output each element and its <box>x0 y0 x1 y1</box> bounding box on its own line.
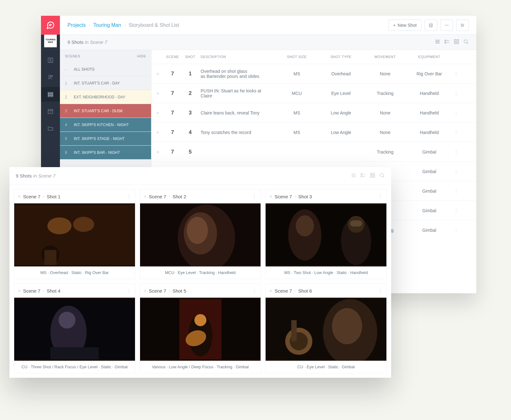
table-row[interactable]: ≡ 7 3 Claire leans back, reveal Tony MS … <box>151 103 476 122</box>
crumb-project[interactable]: Touring Man <box>93 22 121 28</box>
scene-name: INT. STUART'S CAR - DUSK <box>74 109 123 113</box>
crumb-projects[interactable]: Projects <box>68 22 86 28</box>
card-menu-icon[interactable]: ⋮ <box>252 288 257 294</box>
storyboard-card[interactable]: ≡ Scene 7 › Shot 4 ⋮ CU · Three Shot / R… <box>14 283 135 373</box>
nav-boards[interactable] <box>41 53 60 67</box>
drag-handle-icon[interactable]: ≡ <box>156 149 165 155</box>
row-menu-icon[interactable]: ⋮ <box>453 130 462 135</box>
cell-description: PUSH IN: Stuart as he looks at Claire <box>201 88 276 98</box>
scene-row[interactable]: 4INT. SKIPP'S KITCHEN - NIGHT <box>60 118 151 132</box>
svg-rect-45 <box>370 176 372 178</box>
search-icon[interactable] <box>379 172 385 179</box>
scene-number: - <box>65 67 69 72</box>
drag-handle-icon[interactable]: ≡ <box>144 288 146 293</box>
cell-equipment: Gimbal <box>409 208 453 213</box>
cell-scene: 7 <box>165 71 183 77</box>
row-menu-icon[interactable]: ⋮ <box>453 91 462 96</box>
cell-equipment: Gimbal <box>409 228 453 233</box>
nav-calendar[interactable] <box>41 104 60 119</box>
card-menu-icon[interactable]: ⋮ <box>126 194 131 199</box>
scene-row[interactable]: 5INT. SKIPP'S STAGE - NIGHT <box>60 132 151 146</box>
card-scene: Scene 7 <box>275 194 292 199</box>
table-row[interactable]: ≡ 7 1 Overhead on shot glassas Bartender… <box>151 64 476 83</box>
card-shot: Shot 1 <box>47 194 60 199</box>
drag-handle-icon[interactable]: ≡ <box>156 71 165 76</box>
storyboard-card[interactable]: ≡ Scene 7 › Shot 5 ⋮ Various · Low Angle… <box>140 283 261 373</box>
view-compact-icon[interactable] <box>360 172 366 179</box>
scene-row[interactable]: -ALL SHOTS <box>60 62 151 76</box>
card-menu-icon[interactable]: ⋮ <box>252 194 257 199</box>
drag-handle-icon[interactable]: ≡ <box>269 194 272 199</box>
cell-scene: 7 <box>165 129 183 136</box>
scene-row[interactable]: 1INT. STUART'S CAR - DAY <box>60 76 151 90</box>
table-row[interactable]: ≡ 7 5 Tracking Gimbal ⋮ <box>151 142 476 161</box>
row-menu-icon[interactable]: ⋮ <box>453 208 462 213</box>
scenes-hide-button[interactable]: HIDE <box>137 54 146 58</box>
scene-row[interactable]: 6INT. SKIPP'S BAR - NIGHT <box>60 146 151 160</box>
cell-equipment: Handheld <box>409 110 453 115</box>
scene-name: INT. STUART'S CAR - DAY <box>74 81 120 85</box>
svg-rect-53 <box>44 250 56 265</box>
new-shot-button[interactable]: +New Shot <box>388 20 421 31</box>
drag-handle-icon[interactable]: ≡ <box>269 288 272 293</box>
drag-handle-icon[interactable]: ≡ <box>18 288 21 293</box>
card-menu-icon[interactable]: ⋮ <box>378 288 383 294</box>
card-menu-icon[interactable]: ⋮ <box>378 194 383 199</box>
storyboard-card[interactable]: ≡ Scene 7 › Shot 3 ⋮ MS · Two Shot · Low… <box>265 189 387 279</box>
card-thumbnail <box>140 298 261 361</box>
chevron-icon: › <box>295 289 296 293</box>
svg-point-51 <box>73 217 94 232</box>
nav-shotlist[interactable] <box>41 87 60 102</box>
svg-point-4 <box>49 75 51 77</box>
row-menu-icon[interactable]: ⋮ <box>453 71 462 76</box>
cell-size: MS <box>276 71 320 76</box>
print-button[interactable] <box>425 20 437 31</box>
table-row[interactable]: ≡ 7 4 Tony scratches the record MS Low A… <box>151 122 476 142</box>
svg-rect-67 <box>50 347 99 359</box>
drag-handle-icon[interactable]: ≡ <box>156 110 165 115</box>
card-menu-icon[interactable]: ⋮ <box>126 288 131 294</box>
drag-handle-icon[interactable]: ≡ <box>156 130 165 135</box>
storyboard-card[interactable]: ≡ Scene 7 › Shot 1 ⋮ MS · Overhead · Sta… <box>14 189 135 279</box>
svg-rect-49 <box>14 205 135 265</box>
storyboard-card[interactable]: ≡ Scene 7 › Shot 6 ⋮ CU · Eye Level · St… <box>265 283 387 373</box>
project-thumbnail[interactable]: TOURING MAN <box>44 35 57 47</box>
drag-handle-icon[interactable]: ≡ <box>156 91 165 96</box>
card-thumbnail <box>14 203 135 266</box>
drag-handle-icon[interactable]: ≡ <box>18 194 21 199</box>
view-grid-icon[interactable] <box>454 39 459 45</box>
brand-logo[interactable] <box>41 16 60 35</box>
cell-type: Overhead <box>320 71 365 76</box>
drag-handle-icon[interactable]: ≡ <box>144 194 146 199</box>
card-shot: Shot 2 <box>173 194 186 199</box>
view-grid-icon[interactable] <box>370 172 375 179</box>
row-menu-icon[interactable]: ⋮ <box>453 169 462 174</box>
nav-people[interactable] <box>41 70 60 85</box>
cell-movement: None <box>365 110 409 115</box>
storyboard-card[interactable]: ≡ Scene 7 › Shot 2 ⋮ MCU · Eye Level · T… <box>140 189 261 279</box>
cell-scene: 7 <box>165 149 183 155</box>
search-icon[interactable] <box>463 39 469 45</box>
view-list-icon[interactable] <box>435 39 440 45</box>
view-list-icon[interactable] <box>351 172 356 179</box>
cell-movement: None <box>365 71 409 76</box>
chevron-icon: › <box>124 23 126 27</box>
svg-rect-31 <box>457 39 459 41</box>
card-thumbnail <box>140 203 261 266</box>
view-compact-icon[interactable] <box>444 39 450 45</box>
cell-movement: Tracking <box>365 91 409 96</box>
row-menu-icon[interactable]: ⋮ <box>453 149 462 155</box>
card-meta: MCU · Eye Level · Tracking · Handheld <box>140 266 261 279</box>
row-menu-icon[interactable]: ⋮ <box>453 228 462 233</box>
table-row[interactable]: ≡ 7 2 PUSH IN: Stuart as he looks at Cla… <box>151 83 476 103</box>
scene-row[interactable]: 2EXT. NEIGHBORHOOD - DAY <box>60 90 151 104</box>
cell-shot: 1 <box>183 71 201 77</box>
card-meta: CU · Three Shot / Rack Focus / Eye Level… <box>14 361 135 373</box>
scene-row[interactable]: 3INT. STUART'S CAR - DUSK <box>60 104 151 118</box>
row-menu-icon[interactable]: ⋮ <box>453 189 462 194</box>
settings-button[interactable] <box>456 20 469 31</box>
cell-description: Overhead on shot glassas Bartender pours… <box>201 69 276 79</box>
nav-files[interactable] <box>41 121 60 136</box>
row-menu-icon[interactable]: ⋮ <box>453 110 462 115</box>
more-button[interactable] <box>440 20 453 31</box>
